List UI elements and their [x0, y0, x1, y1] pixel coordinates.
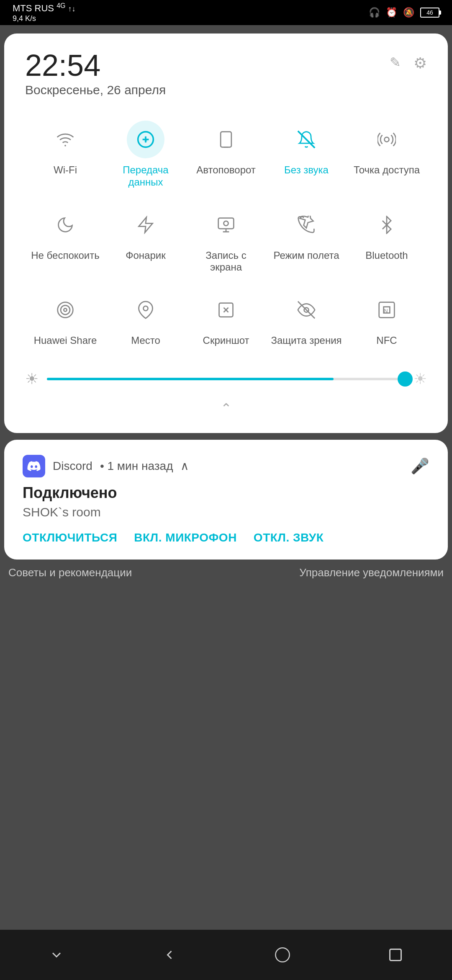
- location-label: Место: [131, 335, 160, 347]
- svg-rect-9: [218, 218, 234, 229]
- dnd-icon: [46, 206, 84, 244]
- huaweishare-icon: [46, 291, 84, 329]
- airplane-label: Режим полета: [273, 250, 339, 262]
- disconnect-button[interactable]: ОТКЛЮЧИТЬСЯ: [23, 531, 117, 544]
- clock-date: Воскресенье, 26 апреля: [25, 83, 166, 97]
- nfc-icon: N: [368, 291, 406, 329]
- tips-bar: Советы и рекомендации Управление уведомл…: [4, 566, 448, 579]
- toggle-huaweishare[interactable]: Huawei Share: [25, 284, 105, 353]
- mute-button[interactable]: ОТКЛ. ЗВУК: [254, 531, 324, 544]
- manage-notifications-text[interactable]: Управление уведомлениями: [299, 566, 444, 579]
- collapse-chevron-icon: ⌃: [221, 400, 232, 416]
- toggle-silent[interactable]: Без звука: [266, 114, 347, 195]
- svg-point-7: [385, 137, 389, 142]
- bluetooth-icon: [368, 206, 406, 244]
- nav-back-button[interactable]: [153, 938, 186, 972]
- screenshot-icon: [207, 291, 245, 329]
- time-date-block: 22:54 Воскресенье, 26 апреля: [25, 50, 166, 97]
- eyecare-label: Защита зрения: [271, 335, 342, 347]
- toggle-wifi[interactable]: Wi-Fi: [25, 114, 105, 195]
- toggle-airplane[interactable]: Режим полета: [266, 199, 347, 281]
- toggle-location[interactable]: Место: [105, 284, 186, 353]
- nav-down-button[interactable]: [40, 938, 73, 972]
- location-icon: [127, 291, 164, 329]
- autorotate-label: Автоповорот: [196, 164, 256, 176]
- svg-line-6: [298, 131, 315, 148]
- notification-title: Подключено: [23, 484, 429, 502]
- hotspot-icon: [368, 121, 406, 158]
- nav-recents-button[interactable]: [379, 938, 412, 972]
- svg-point-15: [58, 302, 73, 318]
- screenrecord-icon: [207, 206, 245, 244]
- flashlight-icon: [127, 206, 164, 244]
- svg-text:N: N: [384, 308, 388, 315]
- notification-time: • 1 мин назад: [100, 459, 173, 473]
- screenshot-label: Скриншот: [203, 335, 249, 347]
- microphone-icon[interactable]: 🎤: [411, 457, 429, 475]
- data-label: Передача данных: [109, 164, 182, 188]
- svg-point-16: [144, 306, 148, 311]
- discord-logo: [23, 455, 45, 477]
- notification-subtitle: SHOK`s room: [23, 505, 429, 519]
- toggle-eyecare[interactable]: Защита зрения: [266, 284, 347, 353]
- hotspot-label: Точка доступа: [354, 164, 420, 176]
- brightness-min-icon: ☀: [25, 370, 39, 388]
- toggle-bluetooth[interactable]: Bluetooth: [347, 199, 427, 281]
- toggle-dnd[interactable]: Не беспокоить: [25, 199, 105, 281]
- battery-level: 46: [426, 9, 433, 16]
- brightness-track[interactable]: [47, 378, 405, 380]
- notification-app-name: Discord: [53, 459, 92, 473]
- toggle-hotspot[interactable]: Точка доступа: [347, 114, 427, 195]
- brightness-control[interactable]: ☀ ☀: [25, 366, 427, 396]
- expand-icon[interactable]: ∧: [180, 459, 189, 473]
- notification-actions: ОТКЛЮЧИТЬСЯ ВКЛ. МИКРОФОН ОТКЛ. ЗВУК: [23, 531, 429, 544]
- svg-text:1: 1: [144, 136, 147, 142]
- tips-text: Советы и рекомендации: [8, 566, 132, 579]
- svg-marker-8: [139, 217, 153, 232]
- toggle-screenshot[interactable]: Скриншот: [186, 284, 266, 353]
- svg-point-24: [275, 948, 289, 962]
- wifi-label: Wi-Fi: [54, 164, 77, 176]
- wifi-icon: [46, 121, 84, 158]
- toggle-nfc[interactable]: N NFC: [347, 284, 427, 353]
- clock-time: 22:54: [25, 50, 166, 80]
- toggle-autorotate[interactable]: Автоповорот: [186, 114, 266, 195]
- status-bar: MTS RUS 4G ↑↓ 9,4 K/s 🎧 ⏰ 🔕 46: [0, 0, 452, 25]
- airplane-icon: [288, 206, 325, 244]
- silent-label: Без звука: [284, 164, 329, 176]
- svg-point-13: [64, 309, 67, 312]
- dnd-label: Не беспокоить: [31, 250, 100, 262]
- toggle-data[interactable]: 1 Передача данных: [105, 114, 186, 195]
- brightness-thumb[interactable]: [398, 371, 413, 387]
- network-speed: 9,4 K/s: [13, 14, 76, 23]
- quick-settings-panel: 22:54 Воскресенье, 26 апреля ✎ ⚙ Wi-Fi: [4, 34, 448, 433]
- flashlight-label: Фонарик: [126, 250, 165, 262]
- notification-header-left: Discord • 1 мин назад ∧: [23, 455, 189, 477]
- qs-header-actions: ✎ ⚙: [390, 54, 427, 72]
- battery-indicator: 46: [420, 8, 439, 18]
- carrier-info: MTS RUS 4G ↑↓ 9,4 K/s: [13, 2, 76, 23]
- navigation-bar: [0, 930, 452, 980]
- data-icon: 1: [127, 121, 164, 158]
- autorotate-icon: [207, 121, 245, 158]
- notification-card: Discord • 1 мин назад ∧ 🎤 Подключено SHO…: [4, 440, 448, 560]
- screenrecord-label: Запись с экрана: [189, 250, 263, 274]
- settings-icon[interactable]: ⚙: [413, 54, 427, 72]
- toggle-grid: Wi-Fi 1 Передача данных Авт: [25, 114, 427, 353]
- mic-button[interactable]: ВКЛ. МИКРОФОН: [134, 531, 237, 544]
- svg-point-0: [64, 145, 66, 147]
- nav-home-button[interactable]: [266, 938, 299, 972]
- edit-icon[interactable]: ✎: [390, 54, 401, 72]
- huaweishare-label: Huawei Share: [34, 335, 97, 347]
- toggle-screenrecord[interactable]: Запись с экрана: [186, 199, 266, 281]
- svg-point-14: [61, 305, 70, 315]
- eyecare-icon: [288, 291, 325, 329]
- status-icons: 🎧 ⏰ 🔕 46: [369, 7, 439, 18]
- toggle-flashlight[interactable]: Фонарик: [105, 199, 186, 281]
- headphone-icon: 🎧: [369, 7, 380, 18]
- svg-point-10: [224, 221, 229, 225]
- svg-rect-5: [221, 132, 231, 147]
- silent-icon: [288, 121, 325, 158]
- svg-rect-25: [390, 949, 401, 961]
- collapse-handle[interactable]: ⌃: [25, 396, 427, 420]
